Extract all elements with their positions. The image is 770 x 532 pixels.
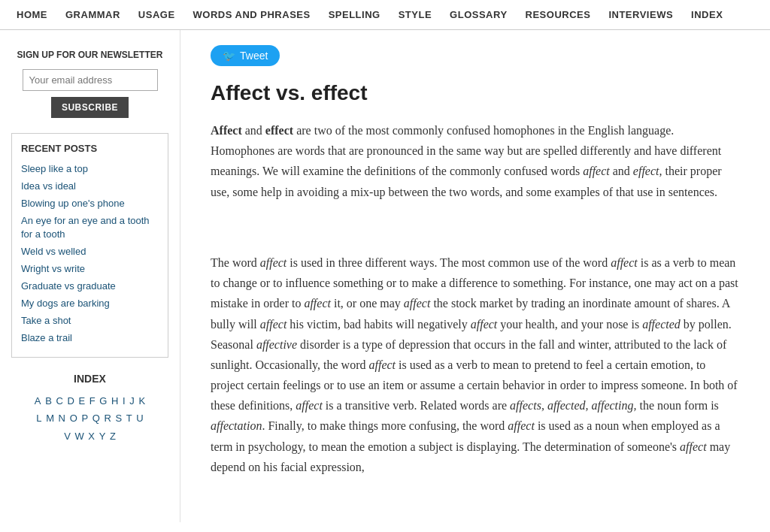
tweet-label: Tweet: [240, 50, 268, 62]
index-letter-Z[interactable]: Z: [110, 431, 116, 442]
subscribe-button[interactable]: SUBSCRIBE: [51, 97, 129, 118]
newsletter-section: SIGN UP FOR OUR NEWSLETTER SUBSCRIBE: [11, 49, 168, 118]
recent-post-link[interactable]: Graduate vs graduate: [21, 280, 116, 292]
tweet-bar: 🐦 Tweet: [211, 45, 740, 66]
article-paragraph-1: Affect and effect are two of the most co…: [211, 120, 740, 202]
recent-post-link[interactable]: My dogs are barking: [21, 298, 110, 309]
index-letters: A B C D E F G H I J KL M N O P Q R S T U…: [11, 392, 168, 445]
nav-item-usage[interactable]: USAGE: [129, 0, 184, 30]
index-letter-X[interactable]: X: [88, 431, 95, 442]
index-letter-W[interactable]: W: [74, 431, 83, 442]
recent-post-link[interactable]: Sleep like a top: [21, 163, 88, 174]
main-content: 🐦 Tweet Affect vs. effect Affect and eff…: [180, 30, 770, 522]
recent-post-link[interactable]: Wright vs write: [21, 263, 85, 274]
list-item: Weld vs welled: [21, 244, 159, 258]
sidebar: SIGN UP FOR OUR NEWSLETTER SUBSCRIBE REC…: [0, 30, 180, 522]
tweet-button[interactable]: 🐦 Tweet: [211, 45, 280, 66]
email-input[interactable]: [23, 69, 158, 91]
article-paragraph-2: The word affect is used in three differe…: [211, 252, 740, 477]
index-letter-Q[interactable]: Q: [92, 413, 100, 424]
index-letter-I[interactable]: I: [123, 395, 126, 407]
recent-post-link[interactable]: Blowing up one's phone: [21, 198, 125, 209]
index-letter-B[interactable]: B: [45, 395, 52, 407]
article-body: Affect and effect are two of the most co…: [211, 120, 740, 477]
nav-item-home[interactable]: HOME: [8, 0, 56, 30]
recent-post-link[interactable]: Blaze a trail: [21, 332, 72, 343]
index-letter-A[interactable]: A: [35, 395, 41, 407]
index-letter-M[interactable]: M: [46, 413, 54, 424]
list-item: Graduate vs graduate: [21, 279, 159, 292]
list-item: An eye for an eye and a tooth for a toot…: [21, 213, 159, 240]
index-letter-U[interactable]: U: [136, 413, 143, 424]
index-letter-F[interactable]: F: [89, 395, 95, 407]
index-letter-J[interactable]: J: [129, 395, 135, 407]
article-title: Affect vs. effect: [211, 81, 740, 105]
recent-post-link[interactable]: Weld vs welled: [21, 246, 86, 257]
list-item: My dogs are barking: [21, 296, 159, 310]
recent-posts-list: Sleep like a topIdea vs idealBlowing up …: [21, 162, 159, 344]
index-letter-L[interactable]: L: [36, 413, 41, 424]
index-letter-D[interactable]: D: [67, 395, 74, 407]
index-letter-Y[interactable]: Y: [99, 431, 106, 442]
index-letter-C[interactable]: C: [56, 395, 62, 407]
list-item: Take a shot: [21, 313, 159, 327]
list-item: Sleep like a top: [21, 162, 159, 175]
list-item: Idea vs ideal: [21, 179, 159, 192]
index-letter-S[interactable]: S: [115, 413, 122, 424]
index-letter-N[interactable]: N: [59, 413, 65, 424]
newsletter-label: SIGN UP FOR OUR NEWSLETTER: [11, 49, 168, 62]
nav-item-interviews[interactable]: INTERVIEWS: [599, 0, 682, 30]
index-letter-K[interactable]: K: [138, 395, 145, 407]
nav-item-resources[interactable]: RESOURCES: [517, 0, 600, 30]
recent-post-link[interactable]: Idea vs ideal: [21, 180, 76, 192]
index-letter-G[interactable]: G: [99, 395, 107, 407]
index-letter-T[interactable]: T: [126, 413, 132, 424]
index-title: INDEX: [11, 373, 168, 385]
index-letter-O[interactable]: O: [70, 413, 77, 424]
index-letter-H[interactable]: H: [111, 395, 118, 407]
recent-posts-title: RECENT POSTS: [21, 143, 159, 154]
recent-posts-box: RECENT POSTS Sleep like a topIdea vs ide…: [11, 133, 168, 358]
list-item: Wright vs write: [21, 261, 159, 275]
index-letter-E[interactable]: E: [78, 395, 85, 407]
nav-item-glossary[interactable]: GLOSSARY: [441, 0, 516, 30]
nav-item-grammar[interactable]: GRAMMAR: [56, 0, 129, 30]
top-navigation: HOMEGRAMMARUSAGEWORDS AND PHRASESSPELLIN…: [0, 0, 770, 30]
list-item: Blaze a trail: [21, 331, 159, 344]
nav-item-index[interactable]: INDEX: [682, 0, 732, 30]
index-letter-P[interactable]: P: [81, 413, 88, 424]
list-item: Blowing up one's phone: [21, 196, 159, 210]
index-section: INDEX A B C D E F G H I J KL M N O P Q R…: [11, 373, 168, 445]
twitter-bird-icon: 🐦: [223, 50, 235, 62]
index-letter-R[interactable]: R: [104, 413, 111, 424]
recent-post-link[interactable]: An eye for an eye and a tooth for a toot…: [21, 215, 150, 240]
nav-item-style[interactable]: STYLE: [390, 0, 441, 30]
recent-post-link[interactable]: Take a shot: [21, 315, 71, 326]
nav-item-spelling[interactable]: SPELLING: [320, 0, 390, 30]
index-letter-V[interactable]: V: [64, 431, 71, 442]
nav-item-words-and-phrases[interactable]: WORDS AND PHRASES: [184, 0, 320, 30]
